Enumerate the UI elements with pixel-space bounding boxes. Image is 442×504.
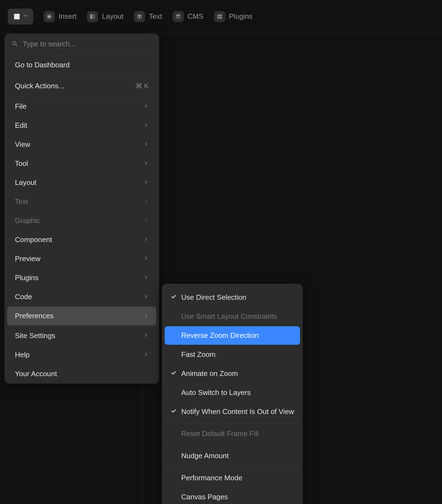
menu-plugins[interactable]: Plugins xyxy=(7,269,156,287)
submenu-section: Reset Default Frame Fill xyxy=(162,423,303,445)
plugins-button-label: Plugins xyxy=(229,12,252,21)
check-slot xyxy=(170,369,177,378)
chevron-right-icon xyxy=(144,312,149,320)
submenu-section: Use Direct SelectionUse Smart Layout Con… xyxy=(162,287,303,423)
app-menu-button[interactable] xyxy=(8,9,33,25)
pref-auto-switch-layers-label: Auto Switch to Layers xyxy=(181,388,251,397)
app-logo-icon xyxy=(13,12,21,21)
menu-quick-actions-label: Quick Actions... xyxy=(15,82,64,90)
insert-button-label: Insert xyxy=(59,12,77,21)
preferences-submenu: Use Direct SelectionUse Smart Layout Con… xyxy=(162,284,303,504)
chevron-right-icon xyxy=(144,141,149,148)
cms-icon xyxy=(173,11,184,22)
menu-file[interactable]: File xyxy=(7,97,156,116)
pref-nudge-amount-label: Nudge Amount xyxy=(181,452,229,460)
menu-code-label: Code xyxy=(15,293,32,301)
pref-reset-frame-fill: Reset Default Frame Fill xyxy=(165,425,300,443)
menu-section: Site SettingsHelpYour Account xyxy=(4,327,159,383)
chevron-right-icon xyxy=(144,274,149,282)
pref-performance-mode-label: Performance Mode xyxy=(181,474,242,482)
menu-section: Go to Dashboard xyxy=(4,56,159,76)
menu-text: Text xyxy=(7,192,156,211)
menu-view-label: View xyxy=(15,140,30,149)
pref-fast-zoom-label: Fast Zoom xyxy=(181,350,215,359)
pref-notify-out-of-view-label: Notify When Content Is Out of View xyxy=(181,407,294,416)
svg-point-10 xyxy=(218,17,219,18)
pref-fast-zoom[interactable]: Fast Zoom xyxy=(165,345,300,364)
menu-search-input[interactable] xyxy=(23,40,152,48)
menu-edit-label: Edit xyxy=(15,121,27,130)
pref-animate-zoom[interactable]: Animate on Zoom xyxy=(165,364,300,383)
menu-preferences[interactable]: Preferences xyxy=(7,307,156,325)
pref-performance-mode[interactable]: Performance Mode xyxy=(165,469,300,487)
menu-view[interactable]: View xyxy=(7,135,156,154)
cms-button-label: CMS xyxy=(188,12,204,21)
pref-reset-frame-fill-label: Reset Default Frame Fill xyxy=(181,429,259,438)
menu-quick-actions-shortcut: ⌘ K xyxy=(136,82,149,90)
chevron-right-icon xyxy=(144,217,149,224)
menu-section: Quick Actions...⌘ K xyxy=(4,77,159,97)
plugins-icon xyxy=(214,11,225,22)
pref-notify-out-of-view[interactable]: Notify When Content Is Out of View xyxy=(165,402,300,421)
menu-your-account-label: Your Account xyxy=(15,370,57,378)
menu-graphic: Graphic xyxy=(7,211,156,230)
check-icon xyxy=(170,293,177,302)
layout-button[interactable]: Layout xyxy=(87,11,123,22)
menu-your-account[interactable]: Your Account xyxy=(7,365,156,383)
pref-canvas-pages[interactable]: Canvas Pages xyxy=(165,488,300,504)
svg-line-13 xyxy=(16,44,17,46)
chevron-right-icon xyxy=(144,122,149,129)
menu-quick-actions[interactable]: Quick Actions...⌘ K xyxy=(7,77,156,95)
plugins-button[interactable]: Plugins xyxy=(214,11,252,22)
chevron-right-icon xyxy=(144,160,149,167)
svg-point-8 xyxy=(218,15,219,16)
chevron-right-icon xyxy=(144,351,149,359)
menu-layout-label: Layout xyxy=(15,178,36,187)
text-icon: T xyxy=(134,11,145,22)
menu-dashboard[interactable]: Go to Dashboard xyxy=(7,56,156,74)
svg-text:T: T xyxy=(138,14,141,19)
pref-nudge-amount[interactable]: Nudge Amount xyxy=(165,447,300,465)
chevron-right-icon xyxy=(144,236,149,243)
svg-rect-2 xyxy=(90,14,92,19)
pref-direct-selection[interactable]: Use Direct Selection xyxy=(165,288,300,307)
chevron-right-icon xyxy=(144,198,149,205)
menu-preview-label: Preview xyxy=(15,254,40,263)
menu-help[interactable]: Help xyxy=(7,346,156,364)
menu-site-settings[interactable]: Site Settings xyxy=(7,327,156,345)
search-icon xyxy=(12,40,18,48)
menu-component[interactable]: Component xyxy=(7,230,156,249)
chevron-right-icon xyxy=(144,332,149,339)
menu-dashboard-label: Go to Dashboard xyxy=(15,61,70,69)
pref-reverse-zoom[interactable]: Reverse Zoom Direction xyxy=(165,326,300,345)
pref-smart-layout: Use Smart Layout Constraints xyxy=(165,307,300,326)
svg-point-11 xyxy=(220,17,221,18)
top-toolbar: InsertLayoutTTextCMSPlugins xyxy=(0,0,442,33)
menu-search-row xyxy=(4,34,159,55)
menu-preview[interactable]: Preview xyxy=(7,250,156,268)
cms-button[interactable]: CMS xyxy=(173,11,204,22)
menu-site-settings-label: Site Settings xyxy=(15,331,55,340)
insert-button[interactable]: Insert xyxy=(44,11,77,22)
pref-auto-switch-layers[interactable]: Auto Switch to Layers xyxy=(165,383,300,402)
chevron-right-icon xyxy=(144,293,149,301)
pref-canvas-pages-label: Canvas Pages xyxy=(181,493,228,501)
check-icon xyxy=(170,407,177,416)
svg-point-12 xyxy=(13,41,16,45)
menu-layout[interactable]: Layout xyxy=(7,173,156,192)
submenu-section: Performance ModeCanvas Pages xyxy=(162,467,303,504)
chevron-right-icon xyxy=(144,179,149,186)
menu-edit[interactable]: Edit xyxy=(7,116,156,135)
main-menu: Go to DashboardQuick Actions...⌘ KFileEd… xyxy=(4,34,159,384)
menu-code[interactable]: Code xyxy=(7,288,156,306)
check-icon xyxy=(170,369,177,378)
chevron-right-icon xyxy=(144,103,149,110)
menu-section: FileEditViewToolLayoutTextGraphicCompone… xyxy=(4,97,159,326)
menu-tool[interactable]: Tool xyxy=(7,154,156,173)
pref-smart-layout-label: Use Smart Layout Constraints xyxy=(181,312,277,321)
svg-point-9 xyxy=(220,15,221,16)
submenu-section: Nudge Amount xyxy=(162,445,303,467)
layout-icon xyxy=(87,11,98,22)
text-button[interactable]: TText xyxy=(134,11,162,22)
menu-component-label: Component xyxy=(15,235,52,244)
